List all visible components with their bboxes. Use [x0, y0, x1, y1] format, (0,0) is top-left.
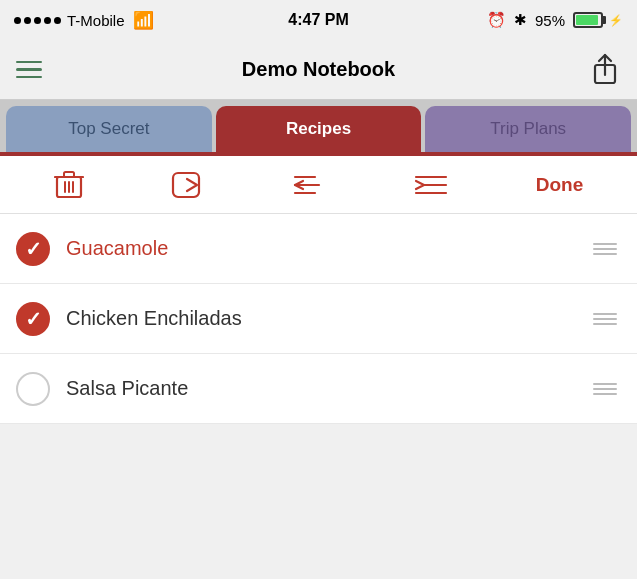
nav-title: Demo Notebook — [242, 58, 395, 81]
trash-icon — [54, 169, 84, 201]
hamburger-line-1 — [16, 61, 42, 64]
signal-dot-2 — [24, 17, 31, 24]
share-button[interactable] — [589, 51, 621, 89]
status-right: ⏰ ✱ 95% ⚡ — [487, 11, 623, 29]
toolbar: Done — [0, 156, 637, 214]
drag-line — [593, 393, 617, 395]
alarm-icon: ⏰ — [487, 11, 506, 29]
item-text-3: Salsa Picante — [66, 377, 573, 400]
list-item[interactable]: ✓ Guacamole — [0, 214, 637, 284]
hamburger-line-2 — [16, 68, 42, 71]
signal-dot-5 — [54, 17, 61, 24]
battery-box — [573, 12, 603, 28]
checkbox-1[interactable]: ✓ — [16, 232, 50, 266]
nav-bar: Demo Notebook — [0, 40, 637, 100]
tab-top-secret[interactable]: Top Secret — [6, 106, 212, 152]
status-bar: T-Mobile 📶 4:47 PM ⏰ ✱ 95% ⚡ — [0, 0, 637, 40]
tab-recipes[interactable]: Recipes — [216, 106, 422, 152]
wifi-icon: 📶 — [133, 10, 154, 31]
checkmark-2: ✓ — [25, 309, 42, 329]
list-container: ✓ Guacamole ✓ Chicken Enchiladas Salsa P… — [0, 214, 637, 424]
tab-top-secret-label: Top Secret — [68, 119, 149, 139]
checkbox-3[interactable] — [16, 372, 50, 406]
drag-line — [593, 318, 617, 320]
tabs-container: Top Secret Recipes Trip Plans — [0, 100, 637, 156]
signal-dot-3 — [34, 17, 41, 24]
done-button[interactable]: Done — [528, 166, 592, 204]
checkmark-1: ✓ — [25, 239, 42, 259]
share-icon — [591, 53, 619, 87]
move-right-button[interactable] — [163, 163, 213, 207]
indent-icon — [414, 171, 448, 199]
bluetooth-icon: ✱ — [514, 11, 527, 29]
drag-handle-1[interactable] — [589, 239, 621, 259]
status-left: T-Mobile 📶 — [14, 10, 154, 31]
drag-line — [593, 388, 617, 390]
indent-button[interactable] — [406, 163, 456, 207]
svg-rect-3 — [64, 172, 74, 177]
item-text-2: Chicken Enchiladas — [66, 307, 573, 330]
hamburger-line-3 — [16, 76, 42, 79]
list-item[interactable]: Salsa Picante — [0, 354, 637, 424]
drag-line — [593, 253, 617, 255]
tab-trip-plans-label: Trip Plans — [490, 119, 566, 139]
move-left-icon — [293, 171, 327, 199]
checkbox-2[interactable]: ✓ — [16, 302, 50, 336]
carrier-label: T-Mobile — [67, 12, 125, 29]
status-time: 4:47 PM — [288, 11, 348, 29]
drag-line — [593, 248, 617, 250]
item-text-1: Guacamole — [66, 237, 573, 260]
battery-fill — [576, 15, 598, 25]
charging-icon: ⚡ — [609, 14, 623, 27]
drag-line — [593, 243, 617, 245]
move-left-button[interactable] — [285, 163, 335, 207]
drag-line — [593, 383, 617, 385]
drag-handle-2[interactable] — [589, 309, 621, 329]
tab-trip-plans[interactable]: Trip Plans — [425, 106, 631, 152]
signal-strength — [14, 17, 61, 24]
drag-line — [593, 313, 617, 315]
battery-indicator: ⚡ — [573, 12, 623, 28]
signal-dot-4 — [44, 17, 51, 24]
battery-percent-label: 95% — [535, 12, 565, 29]
drag-line — [593, 323, 617, 325]
signal-dot-1 — [14, 17, 21, 24]
menu-button[interactable] — [16, 61, 42, 79]
tab-recipes-label: Recipes — [286, 119, 351, 139]
delete-button[interactable] — [46, 161, 92, 209]
list-item[interactable]: ✓ Chicken Enchiladas — [0, 284, 637, 354]
move-right-icon — [171, 171, 205, 199]
drag-handle-3[interactable] — [589, 379, 621, 399]
